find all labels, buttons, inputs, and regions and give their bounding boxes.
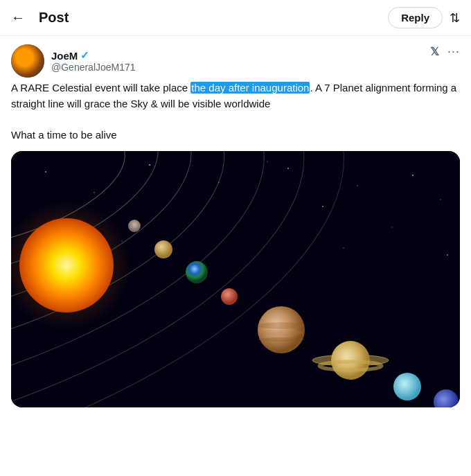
svg-point-5: [287, 168, 289, 169]
svg-point-12: [391, 227, 392, 227]
verified-badge: ✓: [80, 49, 89, 62]
svg-point-8: [440, 199, 441, 200]
post-text-before: A RARE Celestial event will take place: [11, 82, 190, 94]
svg-point-3: [149, 164, 150, 166]
post-text-highlight: the day after inauguration: [190, 82, 310, 94]
back-button[interactable]: ←: [11, 10, 25, 26]
svg-point-1: [45, 171, 46, 173]
user-info: JoeM ✓ @GeneralJoeM171: [11, 44, 136, 78]
svg-point-33: [258, 337, 305, 342]
display-name-text: JoeM: [51, 50, 78, 62]
username[interactable]: @GeneralJoeM171: [51, 62, 136, 73]
svg-point-16: [343, 247, 344, 248]
svg-point-37: [393, 373, 421, 400]
svg-point-11: [322, 206, 323, 207]
user-text: JoeM ✓ @GeneralJoeM171: [51, 49, 136, 73]
svg-point-2: [94, 192, 95, 193]
svg-point-6: [357, 185, 358, 186]
svg-point-31: [258, 322, 305, 329]
svg-point-26: [128, 220, 141, 232]
post-container: JoeM ✓ @GeneralJoeM171 𝕏 ··· A RARE Cele…: [0, 36, 471, 407]
user-row: JoeM ✓ @GeneralJoeM171 𝕏 ···: [11, 44, 460, 78]
svg-point-13: [447, 254, 448, 256]
svg-point-7: [412, 175, 414, 176]
post-text-extra: What a time to be alive: [11, 129, 117, 141]
more-options-button[interactable]: ···: [447, 44, 460, 59]
user-actions: 𝕏 ···: [430, 44, 460, 59]
page-header: ← Post Reply ⇅: [0, 0, 471, 36]
post-text: A RARE Celestial event will take place t…: [11, 80, 460, 143]
post-image[interactable]: [11, 151, 460, 407]
svg-point-29: [221, 288, 238, 305]
solar-system-svg: [11, 151, 460, 407]
reply-button[interactable]: Reply: [388, 7, 443, 28]
svg-point-28: [186, 261, 208, 283]
svg-point-25: [19, 218, 114, 312]
svg-point-27: [154, 240, 172, 258]
page-title: Post: [39, 10, 69, 26]
header-left: ← Post: [11, 10, 69, 26]
x-logo-icon: 𝕏: [430, 45, 439, 58]
header-right: Reply ⇅: [388, 7, 460, 28]
svg-point-32: [258, 330, 305, 335]
svg-point-15: [267, 161, 267, 161]
display-name: JoeM ✓: [51, 49, 136, 62]
avatar[interactable]: [11, 44, 44, 78]
filter-icon[interactable]: ⇅: [450, 10, 460, 26]
